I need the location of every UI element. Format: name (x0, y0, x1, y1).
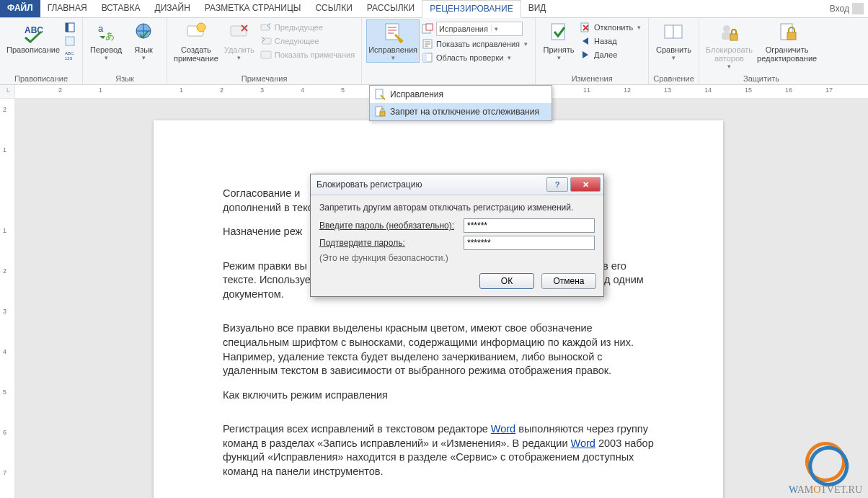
tab-layout[interactable]: РАЗМЕТКА СТРАНИЦЫ (198, 0, 309, 17)
reject-label: Отклонить (594, 23, 633, 32)
svg-text:ABC: ABC (25, 25, 43, 35)
group-proofing: ABC Правописание ABC123 Правописание (0, 18, 83, 84)
vertical-ruler[interactable]: 21123456789 (0, 99, 15, 498)
delete-comment-label: Удалить (224, 45, 254, 54)
thesaurus-button[interactable] (62, 35, 78, 48)
group-changes-label: Изменения (572, 74, 613, 84)
watermark: WAMOTVET.RU (789, 442, 862, 496)
svg-rect-31 (376, 89, 383, 99)
spelling-icon: ABC (22, 21, 45, 44)
arrow-right-icon (580, 49, 591, 61)
arrow-left-icon (580, 35, 591, 47)
accept-button[interactable]: Принять ▾ (540, 19, 577, 63)
login-label: Вход (830, 4, 849, 14)
previous-change-button[interactable]: Назад (577, 35, 644, 48)
tab-references[interactable]: ССЫЛКИ (308, 0, 359, 17)
svg-text:あ: あ (105, 30, 115, 41)
svg-rect-30 (787, 32, 796, 40)
language-button[interactable]: Язык ▾ (125, 19, 162, 63)
svg-point-10 (197, 23, 205, 32)
reviewing-pane-button[interactable]: Область проверки▾ (420, 51, 531, 64)
document-canvas[interactable]: Согласование и дополнений в текст докуме… (15, 99, 868, 498)
dialog-titlebar[interactable]: Блокировать регистрацию ? ✕ (311, 174, 603, 195)
track-changes-label: Исправления (368, 45, 417, 54)
tab-home[interactable]: ГЛАВНАЯ (40, 0, 94, 17)
doc-paragraph: Регистрация всех исправлений в текстовом… (223, 422, 654, 479)
new-comment-label: Создать примечание (174, 45, 218, 63)
new-comment-button[interactable]: Создать примечание (172, 19, 221, 64)
show-markup-label: Показать исправления (436, 40, 520, 48)
book-icon (64, 22, 76, 33)
dropdown-lock-tracking[interactable]: Запрет на отключение отслеживания (370, 103, 552, 120)
login-button[interactable]: Вход (825, 0, 868, 17)
next-comment-button[interactable]: Следующее (258, 35, 357, 48)
language-label: Язык (134, 45, 153, 54)
tab-insert[interactable]: ВСТАВКА (94, 0, 148, 17)
user-avatar-icon (852, 3, 864, 14)
tab-review[interactable]: РЕЦЕНЗИРОВАНИЕ (422, 0, 521, 18)
doc-paragraph: Визуально все правки выделены красным цв… (223, 321, 654, 378)
block-authors-button[interactable]: Блокировать авторов ▾ (704, 19, 755, 71)
compare-icon (662, 21, 685, 44)
display-for-review[interactable]: Исправления▾ (420, 21, 531, 37)
confirm-password-label: Подтвердите пароль: (319, 238, 464, 248)
restrict-editing-label: Ограничить редактирование (757, 45, 817, 63)
dialog-note: (Это не функция безопасности.) (319, 253, 595, 263)
link-word[interactable]: Word (491, 423, 515, 435)
tab-row: ФАЙЛ ГЛАВНАЯ ВСТАВКА ДИЗАЙН РАЗМЕТКА СТР… (0, 0, 868, 18)
thesaurus-icon (64, 35, 76, 47)
delete-comment-button[interactable]: Удалить ▾ (221, 19, 258, 63)
password-label: Введите пароль (необязательно): (319, 221, 464, 231)
restrict-editing-button[interactable]: Ограничить редактирование (755, 19, 819, 64)
show-comments-label: Показать примечания (275, 50, 355, 59)
chevron-down-icon: ▾ (636, 24, 642, 31)
next-change-button[interactable]: Далее (577, 48, 644, 61)
comments-show-icon (260, 49, 272, 61)
tab-view[interactable]: ВИД (521, 0, 554, 17)
block-authors-label: Блокировать авторов (706, 45, 753, 63)
confirm-password-input[interactable] (464, 236, 595, 250)
group-proofing-label: Правописание (14, 74, 68, 84)
cancel-button[interactable]: Отмена (541, 273, 596, 289)
ok-button[interactable]: ОК (479, 273, 534, 289)
tab-file[interactable]: ФАЙЛ (0, 0, 40, 17)
translate-button[interactable]: aあ Перевод ▾ (87, 19, 125, 63)
spelling-button[interactable]: ABC Правописание (4, 19, 62, 55)
dialog-message: Запретить другим авторам отключать регис… (319, 203, 595, 213)
compare-button[interactable]: Сравнить ▾ (654, 19, 694, 63)
tab-design[interactable]: ДИЗАЙН (148, 0, 198, 17)
dialog-close-button[interactable]: ✕ (570, 177, 601, 192)
comment-next-icon (260, 35, 272, 47)
reject-icon (580, 22, 591, 33)
chevron-down-icon: ▾ (726, 63, 732, 70)
accept-label: Принять (544, 45, 575, 54)
comment-prev-icon (260, 22, 272, 33)
reviewing-pane-label: Область проверки (436, 53, 503, 62)
chevron-down-icon: ▾ (491, 25, 500, 32)
group-tracking: Исправления ▾ Исправления▾ Показать испр… (362, 18, 535, 84)
svg-text:123: 123 (65, 56, 73, 61)
display-review-value: Исправления (439, 25, 488, 33)
prev-comment-button[interactable]: Предыдущее (258, 21, 357, 34)
svg-text:a: a (98, 23, 104, 34)
track-changes-button[interactable]: Исправления ▾ (366, 19, 420, 63)
watermark-logo-icon (800, 436, 851, 488)
dialog-help-button[interactable]: ? (546, 177, 568, 192)
group-protect-label: Защитить (743, 74, 779, 84)
svg-rect-2 (66, 23, 68, 32)
dialog-title: Блокировать регистрацию (316, 179, 544, 190)
show-comments-button[interactable]: Показать примечания (258, 48, 357, 61)
svg-text:ABC: ABC (65, 51, 74, 55)
link-word[interactable]: Word (571, 437, 595, 449)
wordcount-button[interactable]: ABC123 (62, 48, 78, 61)
show-markup-button[interactable]: Показать исправления▾ (420, 37, 531, 50)
dropdown-track-changes[interactable]: Исправления (370, 86, 552, 103)
track-changes-dropdown: Исправления Запрет на отключение отслежи… (369, 85, 552, 121)
restrict-editing-icon (776, 21, 799, 44)
track-changes-icon (381, 21, 404, 44)
svg-point-26 (723, 25, 730, 32)
define-button[interactable] (62, 21, 78, 34)
tab-mailings[interactable]: РАССЫЛКИ (360, 0, 422, 17)
password-input[interactable] (464, 218, 595, 233)
reject-button[interactable]: Отклонить▾ (577, 21, 644, 34)
